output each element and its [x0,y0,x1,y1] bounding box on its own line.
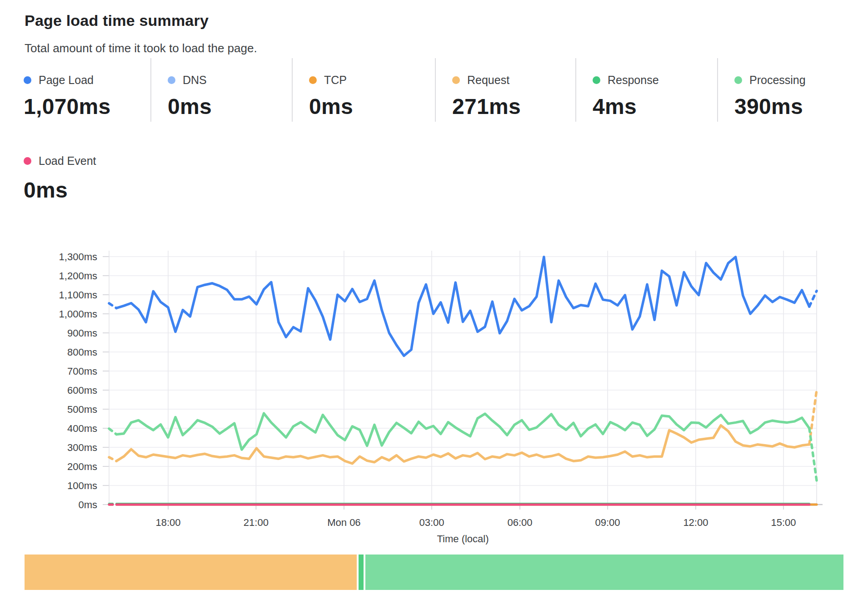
x-axis-tick-label: 06:00 [507,517,532,528]
y-axis-tick-label: 1,200ms [59,270,97,282]
y-axis-tick-label: 1,000ms [59,308,97,320]
y-axis-tick-label: 900ms [67,327,97,339]
series-page-load [809,291,817,307]
y-axis-tick-label: 300ms [67,442,97,453]
x-axis-tick-label: 12:00 [683,517,708,528]
y-axis-tick-label: 500ms [67,404,97,415]
series-page-load [116,257,809,356]
y-axis-tick-label: 600ms [67,385,97,396]
x-axis-tick-label: 15:00 [771,517,796,528]
series-processing [809,428,817,481]
y-axis-tick-label: 800ms [67,347,97,358]
x-axis-tick-label: Mon 06 [327,517,360,528]
chart-series [109,257,817,505]
page-load-summary-panel: Page load time summary Total amount of t… [0,0,868,614]
series-processing [116,413,809,450]
bar-segment-response-share [359,555,364,590]
bar-segment-request-share [25,555,357,590]
chart-grid [103,251,823,510]
x-axis-tick-label: 18:00 [155,517,180,528]
y-axis-tick-label: 1,100ms [59,289,97,301]
load-time-chart[interactable]: 0ms100ms200ms300ms400ms500ms600ms700ms80… [0,0,868,614]
x-axis-tick-label: 03:00 [419,517,444,528]
y-axis-tick-label: 200ms [67,461,97,472]
series-processing [109,429,116,435]
x-axis-title: Time (local) [437,533,489,545]
y-axis-tick-label: 100ms [67,480,97,491]
x-axis-tick-label: 21:00 [244,517,269,528]
bar-segment-processing-share [365,555,843,590]
timing-breakdown-bar [25,555,843,590]
y-axis-tick-label: 1,300ms [59,251,97,262]
y-axis-tick-label: 0ms [78,499,97,510]
y-axis-tick-label: 700ms [67,366,97,377]
series-page-load [109,303,116,308]
x-axis-tick-label: 09:00 [595,517,620,528]
y-axis-tick-label: 400ms [67,423,97,434]
